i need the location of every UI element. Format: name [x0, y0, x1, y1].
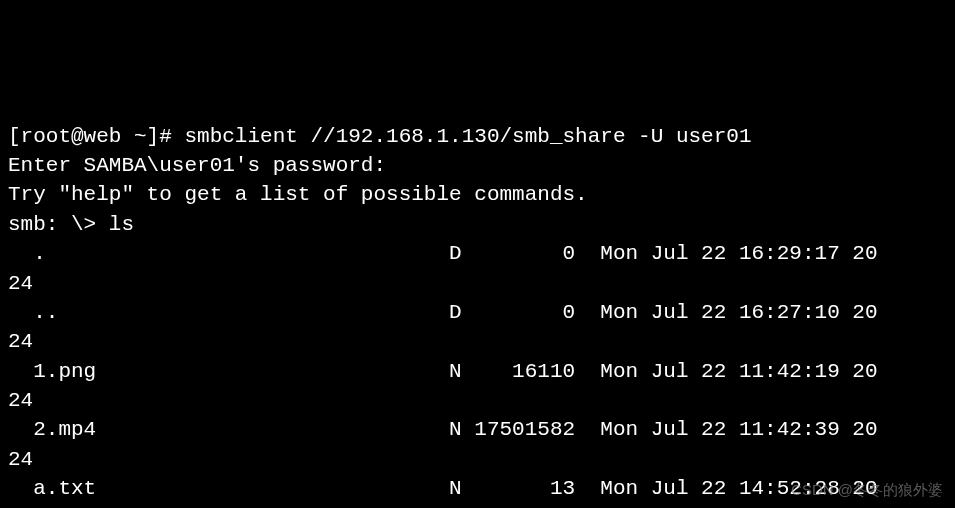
smb-prompt-line: smb: \> ls — [8, 213, 134, 236]
watermark-text: CSDN @冬冬的狼外婆 — [791, 479, 943, 500]
file-listing: . D 0 Mon Jul 22 16:29:17 20 24 .. D 0 M… — [8, 242, 878, 508]
help-message: Try "help" to get a list of possible com… — [8, 183, 588, 206]
shell-prompt: [root@web ~]# smbclient //192.168.1.130/… — [8, 125, 752, 148]
smb-command: ls — [109, 213, 134, 236]
password-prompt: Enter SAMBA\user01's password: — [8, 154, 386, 177]
terminal-output[interactable]: [root@web ~]# smbclient //192.168.1.130/… — [8, 122, 947, 508]
